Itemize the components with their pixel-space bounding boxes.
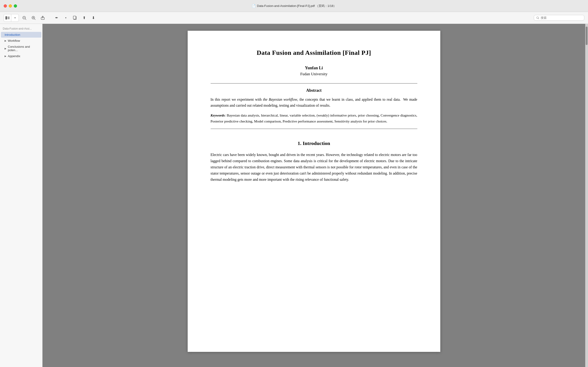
traffic-lights <box>4 4 17 8</box>
pdf-abstract-text: In this report we experiment with the Ba… <box>211 97 417 108</box>
svg-line-10 <box>35 19 35 20</box>
view-dropdown-button[interactable]: ▾ <box>11 14 19 22</box>
scrollbar-thumb[interactable] <box>586 27 588 45</box>
main-layout: Data-Fusion-and-Assi... Introduction ▶ W… <box>0 24 588 367</box>
window-title: 📄 Data-Fusion-and-Assimilation-[Final-PJ… <box>252 4 336 8</box>
svg-line-6 <box>25 19 26 20</box>
minimize-button[interactable] <box>9 4 12 8</box>
view-toggle-group: ▾ <box>4 14 19 22</box>
sidebar-doc-title: Data-Fusion-and-Assi... <box>0 26 42 32</box>
svg-line-16 <box>538 18 539 19</box>
sidebar-toggle-button[interactable] <box>4 14 11 22</box>
zoom-out-button[interactable] <box>21 14 28 22</box>
nav-up-button[interactable]: ⬆ <box>80 14 88 22</box>
pen-tool-dropdown[interactable]: ▾ <box>62 14 69 22</box>
zoom-in-icon <box>32 16 36 20</box>
pdf-divider-top <box>211 83 417 83</box>
svg-rect-0 <box>6 16 7 19</box>
search-box[interactable] <box>534 15 584 21</box>
pdf-section1-title: 1. Introduction <box>211 140 417 146</box>
arrow-icon: ▶ <box>5 47 6 50</box>
arrow-icon: ▶ <box>5 55 6 57</box>
titlebar: 📄 Data-Fusion-and-Assimilation-[Final-PJ… <box>0 0 588 12</box>
pen-tool-button[interactable]: ✒ <box>53 14 60 22</box>
search-icon <box>536 16 539 19</box>
sidebar-item-conclusions[interactable]: ▶ Conclusions and poten... <box>1 44 41 53</box>
svg-point-15 <box>536 17 538 19</box>
sidebar-item-label: Workflow <box>8 39 20 42</box>
sidebar-item-workflow[interactable]: ▶ Workflow <box>1 38 41 44</box>
sidebar-item-label: Introduction <box>5 33 20 36</box>
sidebar: Data-Fusion-and-Assi... Introduction ▶ W… <box>0 24 43 367</box>
share-icon <box>41 16 45 20</box>
titlebar-left <box>4 4 17 8</box>
pdf-institution: Fudan University <box>211 72 417 76</box>
arrow-icon: ▶ <box>5 40 6 42</box>
copy-button[interactable] <box>71 14 78 22</box>
zoom-in-button[interactable] <box>30 14 37 22</box>
svg-rect-1 <box>7 17 10 17</box>
nav-down-button[interactable]: ⬇ <box>90 14 97 22</box>
zoom-out-icon <box>22 16 26 20</box>
maximize-button[interactable] <box>14 4 17 8</box>
pdf-section1-para1: Electric cars have been widely known, bo… <box>211 152 417 183</box>
sidebar-item-appendix[interactable]: ▶ Appendix <box>1 53 41 59</box>
toolbar: ▾ ✒ ▾ ⬆ ⬇ <box>0 12 588 24</box>
svg-rect-14 <box>73 16 76 19</box>
search-input[interactable] <box>541 16 582 19</box>
sidebar-icon <box>6 16 10 19</box>
sidebar-item-introduction[interactable]: Introduction <box>1 32 41 38</box>
pdf-keywords: Keywords: Bayesian data analysis, hierar… <box>211 112 417 124</box>
svg-rect-3 <box>7 19 10 19</box>
right-scrollbar[interactable] <box>585 24 588 367</box>
keywords-label: Keywords <box>211 113 225 117</box>
pdf-divider-bottom <box>211 129 417 129</box>
sidebar-item-label: Appendix <box>8 54 20 58</box>
svg-rect-2 <box>7 18 10 18</box>
keywords-text: : Bayesian data analysis, hierarchical, … <box>211 113 417 123</box>
copy-icon <box>73 16 77 20</box>
chevron-down-icon: ▾ <box>15 17 16 19</box>
pdf-abstract-heading: Abstract <box>211 88 417 93</box>
content-area[interactable]: Data Fusion and Assimilation [Final PJ] … <box>43 24 585 367</box>
annotation-tools: ✒ ▾ ⬆ ⬇ <box>53 14 97 22</box>
pdf-title: Data Fusion and Assimilation [Final PJ] <box>211 49 417 56</box>
pdf-page: Data Fusion and Assimilation [Final PJ] … <box>188 31 440 352</box>
pdf-author: Yunfan Li <box>211 66 417 70</box>
share-button[interactable] <box>39 14 46 22</box>
window-title-text: Data-Fusion-and-Assimilation-[Final-PJ].… <box>257 4 336 8</box>
close-button[interactable] <box>4 4 7 8</box>
sidebar-item-label: Conclusions and poten... <box>8 45 39 52</box>
pdf-icon: 📄 <box>252 4 256 8</box>
